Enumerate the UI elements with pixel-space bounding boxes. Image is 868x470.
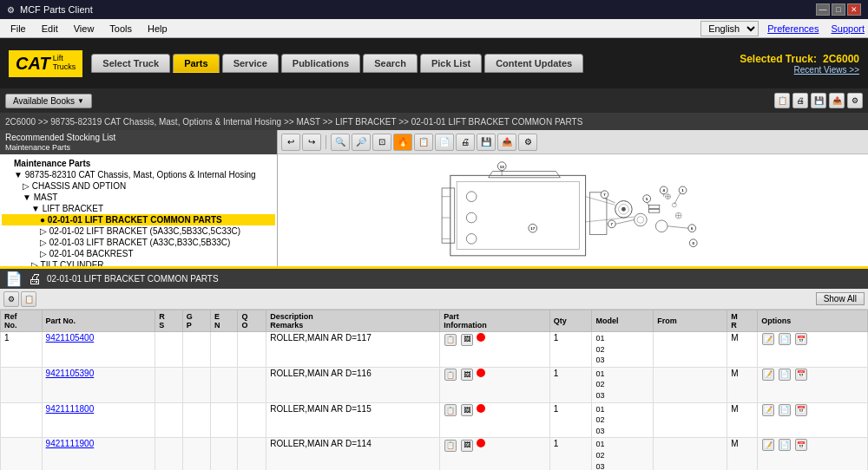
right-panel: ↩ ↪ 🔍 🔎 ⊡ 🔥 📋 📄 🖨 💾 📤 ⚙ <box>278 130 868 266</box>
diag-fit-btn[interactable]: ⊡ <box>372 134 391 151</box>
menu-tools[interactable]: Tools <box>102 22 139 36</box>
close-button[interactable]: ✕ <box>847 3 861 16</box>
cell-rs-4 <box>155 438 182 470</box>
tab-service[interactable]: Service <box>222 54 279 73</box>
tree-item-chassis-hosing[interactable]: ▼ 98735-82310 CAT Chassis, Mast, Options… <box>2 169 275 180</box>
title-bar: ⚙ MCF Parts Client — □ ✕ <box>0 0 868 19</box>
diag-page-btn[interactable]: 📄 <box>435 134 454 151</box>
tree-item-02-01-03[interactable]: ▷ 02-01-03 LIFT BRACKET (A33C,B33C,5B33C… <box>2 237 275 248</box>
diag-undo-btn[interactable]: ↩ <box>281 134 300 151</box>
cell-rs-3 <box>155 402 182 438</box>
dropdown-arrow: ▼ <box>77 97 84 105</box>
opt-cal-3[interactable]: 📅 <box>795 404 807 416</box>
show-all-button[interactable]: Show All <box>816 292 865 305</box>
col-mr: MR <box>727 310 758 332</box>
tab-pick-list[interactable]: Pick List <box>420 54 482 73</box>
parts-icon-btn-1[interactable]: ⚙ <box>3 291 19 307</box>
diag-highlight-btn[interactable]: 🔥 <box>393 134 412 151</box>
maximize-button[interactable]: □ <box>832 3 845 16</box>
diag-settings-btn[interactable]: ⚙ <box>518 134 537 151</box>
minimize-button[interactable]: — <box>816 3 830 16</box>
info-img-icon-4[interactable]: 🖼 <box>461 440 473 452</box>
parts-section-title: 02-01-01 LIFT BRACKET COMMON PARTS <box>47 274 219 284</box>
tree-content[interactable]: Maintenance Parts ▼ 98735-82310 CAT Chas… <box>0 154 277 266</box>
toolbar-icon-2[interactable]: 🖨 <box>792 93 808 108</box>
menu-file[interactable]: File <box>3 22 33 36</box>
parts-table-scroll[interactable]: RefNo. Part No. RS GP EN QO DescriptionR… <box>0 310 868 470</box>
menu-help[interactable]: Help <box>141 22 174 36</box>
cell-rs-1 <box>155 332 182 368</box>
diag-redo-btn[interactable]: ↪ <box>302 134 321 151</box>
parts-table: RefNo. Part No. RS GP EN QO DescriptionR… <box>0 310 868 470</box>
tree-item-tilt-cylinder[interactable]: ▷ TILT CYLINDER <box>2 259 275 266</box>
info-img-icon-1[interactable]: 🖼 <box>461 334 473 346</box>
tree-item-mast[interactable]: ▼ MAST <box>2 192 275 203</box>
info-img-icon-2[interactable]: 🖼 <box>461 369 473 381</box>
info-red-dot-4 <box>477 439 485 447</box>
cell-qo-2 <box>238 367 266 402</box>
tab-publications[interactable]: Publications <box>281 54 360 73</box>
opt-doc-2[interactable]: 📄 <box>779 369 791 381</box>
tab-parts[interactable]: Parts <box>173 54 220 73</box>
diag-print-btn[interactable]: 🖨 <box>456 134 475 151</box>
cell-qty-3: 1 <box>549 402 592 438</box>
info-doc-icon-1[interactable]: 📋 <box>444 334 457 346</box>
info-doc-icon-4[interactable]: 📋 <box>444 440 457 452</box>
menu-view[interactable]: View <box>67 22 102 36</box>
cell-options-3: 📝 📄 📅 <box>758 402 868 438</box>
opt-doc-4[interactable]: 📄 <box>779 439 791 451</box>
toolbar-icon-3[interactable]: 💾 <box>811 93 826 108</box>
cell-partno-2[interactable]: 9421105390 <box>42 367 155 402</box>
info-img-icon-3[interactable]: 🖼 <box>461 404 473 416</box>
app-icon: ⚙ <box>7 5 15 15</box>
opt-cal-4[interactable]: 📅 <box>795 439 807 451</box>
tab-search[interactable]: Search <box>363 54 418 73</box>
cell-options-2: 📝 📄 📅 <box>758 367 868 402</box>
cell-model-1: 010203 <box>592 332 654 368</box>
tree-item-maintenance[interactable]: Maintenance Parts <box>2 158 275 169</box>
cell-ref-4 <box>1 438 43 470</box>
cell-ref-3 <box>1 402 43 438</box>
opt-note-2[interactable]: 📝 <box>762 369 774 381</box>
tab-content-updates[interactable]: Content Updates <box>484 54 583 73</box>
cell-partno-4[interactable]: 9421111900 <box>42 438 155 470</box>
cell-partno-3[interactable]: 9421111800 <box>42 402 155 438</box>
support-link[interactable]: Support <box>831 23 865 34</box>
tree-item-lift-bracket[interactable]: ▼ LIFT BRACKET <box>2 203 275 214</box>
cell-partno-1[interactable]: 9421105400 <box>42 332 155 368</box>
diag-zoom-in-btn[interactable]: 🔍 <box>331 134 350 151</box>
parts-icon-btn-2[interactable]: 📋 <box>21 291 36 307</box>
cell-info-4: 📋 🖼 <box>440 438 550 470</box>
opt-note-3[interactable]: 📝 <box>762 404 774 416</box>
tree-item-02-01-02[interactable]: ▷ 02-01-02 LIFT BRACKET (5A33C,5B33C,5C3… <box>2 225 275 237</box>
cell-model-3: 010203 <box>592 402 654 438</box>
diag-zoom-out-btn[interactable]: 🔎 <box>352 134 371 151</box>
diag-export-btn[interactable]: 📤 <box>497 134 516 151</box>
preferences-link[interactable]: Preferences <box>767 23 819 34</box>
menu-edit[interactable]: Edit <box>35 22 65 36</box>
tree-item-02-01-01[interactable]: ● 02-01-01 LIFT BRACKET COMMON PARTS <box>2 214 275 225</box>
tree-item-chassis-option[interactable]: ▷ CHASSIS AND OPTION <box>2 180 275 192</box>
cell-qty-1: 1 <box>549 332 592 368</box>
info-doc-icon-2[interactable]: 📋 <box>444 369 457 381</box>
opt-doc-1[interactable]: 📄 <box>779 333 791 345</box>
tab-select-truck[interactable]: Select Truck <box>91 54 170 73</box>
toolbar-icon-4[interactable]: 📤 <box>829 93 845 108</box>
diag-save-btn[interactable]: 💾 <box>477 134 496 151</box>
recent-views-link[interactable]: Recent Views >> <box>794 65 859 75</box>
toolbar-icon-1[interactable]: 📋 <box>774 93 790 108</box>
selected-truck-value: 2C6000 <box>823 53 859 65</box>
info-doc-icon-3[interactable]: 📋 <box>444 404 457 416</box>
table-header-row: RefNo. Part No. RS GP EN QO DescriptionR… <box>1 310 868 332</box>
opt-note-1[interactable]: 📝 <box>762 333 774 345</box>
cell-en-4 <box>211 438 238 470</box>
language-select[interactable]: English <box>700 21 759 36</box>
available-books-button[interactable]: Available Books ▼ <box>5 94 92 108</box>
opt-cal-2[interactable]: 📅 <box>795 369 807 381</box>
diag-copy-btn[interactable]: 📋 <box>414 134 433 151</box>
tree-item-02-01-04[interactable]: ▷ 02-01-04 BACKREST <box>2 248 275 259</box>
opt-doc-3[interactable]: 📄 <box>779 404 791 416</box>
opt-cal-1[interactable]: 📅 <box>795 333 807 345</box>
toolbar-icon-5[interactable]: ⚙ <box>847 93 863 108</box>
opt-note-4[interactable]: 📝 <box>762 439 774 451</box>
